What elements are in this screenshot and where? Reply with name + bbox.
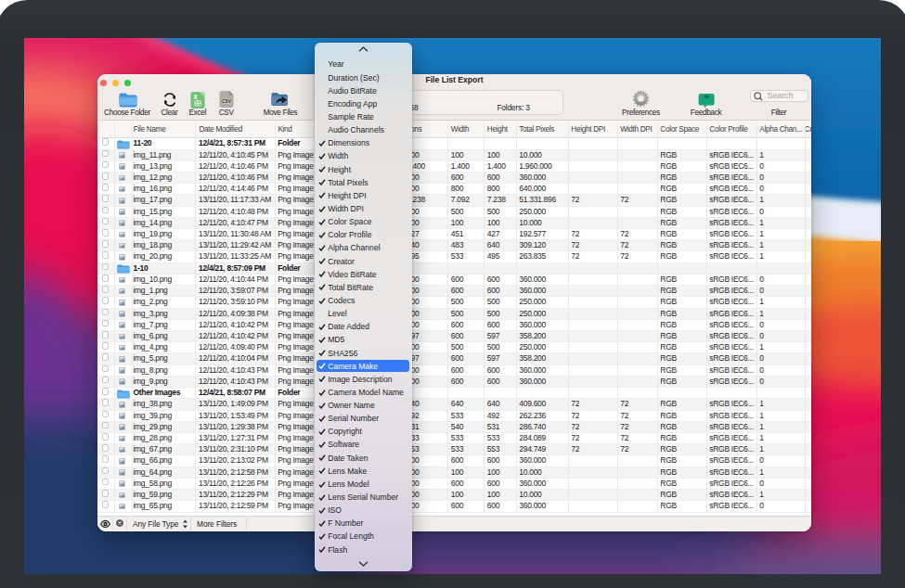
svg-text:X: X: [193, 94, 198, 100]
svg-text:CSV: CSV: [222, 99, 232, 104]
svg-text:”: ”: [704, 94, 708, 104]
